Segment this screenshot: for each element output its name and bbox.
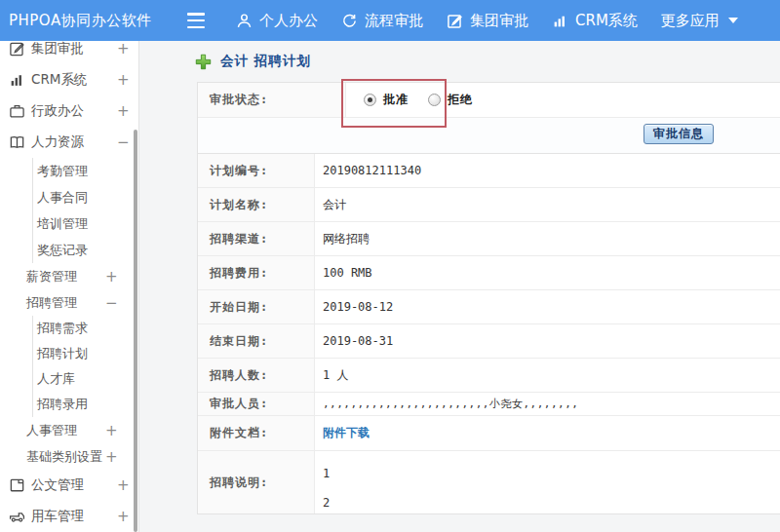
expand-plus-icon[interactable]: + xyxy=(117,102,130,120)
approval-status-table: 审批状态: 批准 拒绝 审批信息 xyxy=(197,82,780,154)
sidebar-item-label: 招聘计划 xyxy=(37,345,88,362)
sidebar-item-recruit-plan[interactable]: 招聘计划 xyxy=(0,341,138,366)
sidebar-item-label: 奖惩记录 xyxy=(37,242,88,259)
nav-crm-system[interactable]: CRM系统 xyxy=(552,12,638,30)
sidebar-item-recruit-hire[interactable]: 招聘录用 xyxy=(0,392,138,417)
sidebar-item-base-category[interactable]: 基础类别设置 + xyxy=(0,443,138,470)
row-label: 结束日期: xyxy=(198,324,315,358)
green-plus-icon xyxy=(195,54,212,70)
row-label: 开始日期: xyxy=(198,290,315,323)
sidebar-item-label: 招聘管理 xyxy=(26,294,77,312)
table-row-end-date: 结束日期: 2019-08-31 xyxy=(198,324,780,359)
description-line: 2 xyxy=(323,488,780,517)
bar-chart-icon xyxy=(552,13,568,29)
sidebar-item-crm[interactable]: CRM系统 + xyxy=(0,64,138,95)
radio-approve[interactable]: 批准 xyxy=(364,92,409,108)
sidebar-item-admin-office[interactable]: 行政办公 + xyxy=(0,95,138,127)
recruit-plan-detail-table: 计划编号: 20190812111340 计划名称: 会计 招聘渠道: 网络招聘… xyxy=(197,153,780,514)
sidebar-scrollbar-thumb[interactable] xyxy=(134,130,137,532)
sidebar-item-label: 招聘录用 xyxy=(37,396,88,413)
row-label: 招聘费用: xyxy=(198,256,315,289)
sidebar-item-label: 公文管理 xyxy=(31,476,84,494)
sidebar-item-attendance[interactable]: 考勤管理 xyxy=(0,158,138,184)
person-icon xyxy=(236,13,253,29)
sidebar-item-recruit-demand[interactable]: 招聘需求 xyxy=(0,316,138,341)
radio-selected-icon xyxy=(364,94,376,106)
expand-plus-icon[interactable]: + xyxy=(105,268,118,285)
document-icon xyxy=(9,477,25,494)
expand-plus-icon[interactable]: + xyxy=(117,41,130,57)
table-row-description: 招聘说明: 1 2 xyxy=(198,451,780,513)
table-row-approve-action: 审批信息 xyxy=(198,118,780,153)
app-title: PHPOA协同办公软件 xyxy=(0,12,187,30)
table-row-start-date: 开始日期: 2019-08-12 xyxy=(198,290,780,324)
sidebar-item-label: 集团审批 xyxy=(31,41,84,57)
row-value: 2019-08-31 xyxy=(315,324,780,358)
sidebar-item-recruitment[interactable]: 招聘管理 − xyxy=(0,289,138,316)
expand-plus-icon[interactable]: + xyxy=(117,71,130,89)
radio-label: 拒绝 xyxy=(448,92,473,108)
sidebar-item-label: CRM系统 xyxy=(31,71,87,89)
expand-plus-icon[interactable]: + xyxy=(117,476,130,494)
radio-label: 批准 xyxy=(383,92,409,108)
collapse-minus-icon[interactable]: − xyxy=(117,133,130,151)
nav-label: 流程审批 xyxy=(365,12,423,30)
table-row-headcount: 招聘人数: 1 人 xyxy=(198,359,780,393)
sidebar-item-label: 考勤管理 xyxy=(37,163,88,180)
nav-group-approval[interactable]: 集团审批 xyxy=(447,12,528,30)
approval-status-radio-group: 批准 拒绝 xyxy=(364,92,492,108)
sidebar-item-label: 培训管理 xyxy=(37,215,88,233)
row-label: 计划名称: xyxy=(198,188,315,221)
sidebar: 集团审批 + CRM系统 + 行政办公 + 人力资源 xyxy=(0,41,139,532)
approve-info-button[interactable]: 审批信息 xyxy=(644,124,714,144)
radio-reject[interactable]: 拒绝 xyxy=(428,92,473,108)
sidebar-item-label: 薪资管理 xyxy=(26,268,77,285)
expand-plus-icon[interactable]: + xyxy=(105,422,118,439)
sidebar-item-salary[interactable]: 薪资管理 + xyxy=(0,263,138,289)
briefcase-icon xyxy=(9,103,25,120)
caret-down-icon xyxy=(728,18,738,23)
row-value: 1 2 xyxy=(315,451,780,513)
sidebar-item-talent-pool[interactable]: 人才库 xyxy=(0,366,138,392)
description-line: 1 xyxy=(323,459,780,488)
row-label: 招聘渠道: xyxy=(198,222,315,255)
radio-unselected-icon xyxy=(428,94,441,106)
row-label: 招聘人数: xyxy=(198,359,315,392)
row-value: 会计 xyxy=(315,188,780,221)
nav-personal-office[interactable]: 个人办公 xyxy=(236,12,318,30)
sidebar-item-label: 人事合同 xyxy=(37,189,88,207)
sidebar-item-group-approval[interactable]: 集团审批 + xyxy=(0,41,138,64)
nav-label: 个人办公 xyxy=(259,12,318,30)
sidebar-item-rewards[interactable]: 奖惩记录 xyxy=(0,237,138,263)
sidebar-item-documents[interactable]: 公文管理 + xyxy=(0,470,138,501)
table-row-approvers: 审批人员: ,,,,,,,,,,,,,,,,,,,,,,,,小尧女,,,,,,,… xyxy=(198,393,780,416)
sidebar-item-human-resources[interactable]: 人力资源 − xyxy=(0,127,138,158)
expand-plus-icon[interactable]: + xyxy=(117,508,130,525)
sidebar-item-hr-contract[interactable]: 人事合同 xyxy=(0,184,138,210)
row-label: 计划编号: xyxy=(198,154,315,187)
sidebar-item-personnel[interactable]: 人事管理 + xyxy=(0,417,138,443)
sidebar-item-label: 基础类别设置 xyxy=(26,448,102,466)
row-value: 20190812111340 xyxy=(315,154,780,187)
sidebar-item-label: 用车管理 xyxy=(31,508,84,525)
flow-icon xyxy=(341,13,358,29)
book-icon xyxy=(9,134,25,151)
expand-plus-icon[interactable]: + xyxy=(105,448,118,466)
nav-label: 更多应用 xyxy=(661,12,720,30)
edit-square-icon xyxy=(447,13,463,29)
sidebar-item-vehicle[interactable]: 用车管理 + xyxy=(0,501,138,532)
row-value: 批准 拒绝 xyxy=(346,83,780,117)
nav-workflow-approval[interactable]: 流程审批 xyxy=(341,12,423,30)
collapse-minus-icon[interactable]: − xyxy=(105,294,118,312)
sidebar-item-label: 人事管理 xyxy=(26,422,77,439)
sidebar-item-label: 招聘需求 xyxy=(37,320,88,337)
edit-square-icon xyxy=(9,41,25,57)
sidebar-item-training[interactable]: 培训管理 xyxy=(0,210,138,237)
row-label: 附件文档: xyxy=(198,416,315,450)
nav-more-apps[interactable]: 更多应用 xyxy=(661,12,738,30)
attachment-download-link[interactable]: 附件下载 xyxy=(323,425,370,441)
nav-label: CRM系统 xyxy=(575,12,638,30)
row-value: ,,,,,,,,,,,,,,,,,,,,,,,,小尧女,,,,,,,, xyxy=(315,393,780,415)
row-value: 100 RMB xyxy=(315,256,780,289)
hamburger-menu-icon[interactable] xyxy=(187,13,209,28)
